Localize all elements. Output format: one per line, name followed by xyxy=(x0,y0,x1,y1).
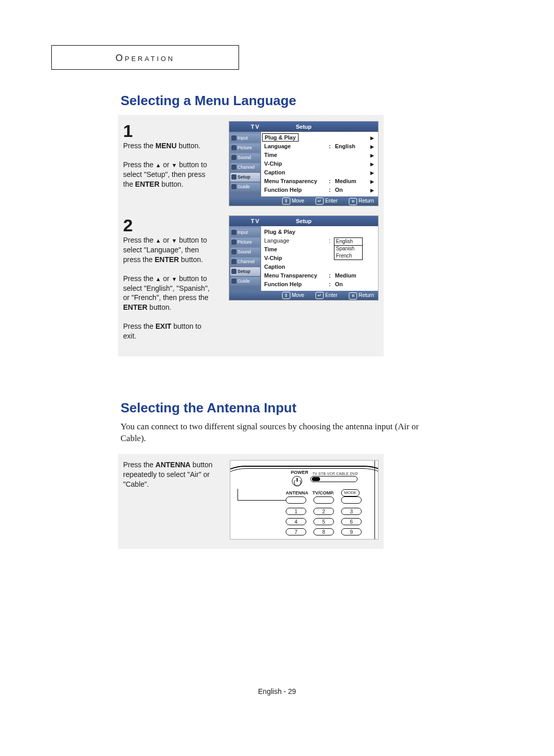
osd-tab-setup: Setup xyxy=(230,173,260,182)
pointer-line xyxy=(238,500,286,501)
section2-title: Selecting the Antenna Input xyxy=(121,400,446,416)
osd-screenshot-2: TV Setup Input Picture Sound Channel Set… xyxy=(229,215,379,301)
osd-header: TV Setup xyxy=(229,122,378,132)
remote-tvcomp-button xyxy=(313,496,334,504)
osd-footer-move: Move xyxy=(282,196,304,206)
osd-body: Input Picture Sound Channel Setup Guide … xyxy=(229,226,378,291)
colon: : xyxy=(329,177,331,186)
osd-tab-sound: Sound xyxy=(230,153,260,162)
osd-row-label: V-Chip xyxy=(264,160,326,168)
step1: 1 Press the MENU button. Press the or bu… xyxy=(123,121,379,206)
section-header-box: Operation xyxy=(51,45,239,70)
osd-row-label: Menu Transparency xyxy=(264,271,326,280)
remote-label-power: POWER xyxy=(291,470,308,475)
t: Press the xyxy=(123,274,155,283)
remote-mode-slider-knob xyxy=(312,477,320,481)
power-icon xyxy=(292,476,302,486)
section-header-text: Operation xyxy=(115,53,175,63)
osd-tab-guide: Guide xyxy=(230,183,260,191)
page: Operation Selecting a Menu Language 1 Pr… xyxy=(0,0,554,549)
osd-tab-guide: Guide xyxy=(230,277,260,286)
antenna-text: Press the ANTENNA button repeatedly to s… xyxy=(123,460,215,489)
step2-line2: Press the or button to select "English",… xyxy=(123,274,215,313)
osd-dropdown-english: English xyxy=(334,237,363,246)
remote-num-1: 1 xyxy=(286,508,306,515)
osd-dropdown-spanish: Spanish xyxy=(334,245,362,252)
osd-row-label: Language xyxy=(264,236,326,245)
osd-row-caption: Caption xyxy=(264,263,375,271)
osd-tab-setup: Setup xyxy=(230,267,260,276)
osd-row-plugplay: Plug & Play xyxy=(264,133,375,142)
osd-row-transparency: Menu Transparency:Medium xyxy=(264,177,375,186)
osd-tab-sound: Sound xyxy=(230,248,260,256)
osd-screenshot-1: TV Setup Input Picture Sound Channel Set… xyxy=(229,121,379,206)
t: or xyxy=(161,236,171,244)
arrow-down-icon xyxy=(171,274,177,283)
t: button. xyxy=(176,142,201,150)
arrow-down-icon xyxy=(171,236,177,244)
osd-footer-return: Return xyxy=(349,291,374,300)
step1-text: 1 Press the MENU button. Press the or bu… xyxy=(123,121,215,189)
osd-sidebar: Input Picture Sound Channel Setup Guide xyxy=(229,226,261,291)
step1-line1: Press the MENU button. xyxy=(123,141,215,151)
osd-footer: Move Enter Return xyxy=(229,196,378,206)
remote-num-6: 6 xyxy=(341,518,362,525)
arrow-up-icon xyxy=(155,274,161,283)
t: Press the xyxy=(123,161,155,169)
osd-title: Setup xyxy=(296,122,312,132)
osd-row-value: Medium xyxy=(335,271,357,280)
panel-antenna: Press the ANTENNA button repeatedly to s… xyxy=(118,454,384,549)
osd-row-label: Function Help xyxy=(264,280,326,289)
osd-dropdown-french: French xyxy=(334,252,362,260)
caret-icon xyxy=(370,151,374,160)
remote-illustration: POWER TV STB VCR CABLE DVD ANTENNA TV/CO… xyxy=(230,460,379,540)
osd-row-label: Language xyxy=(264,142,326,151)
t: or xyxy=(161,161,171,169)
t: Press the xyxy=(123,322,155,330)
osd-row-functionhelp: Function Help:On xyxy=(264,186,375,194)
caret-icon xyxy=(370,142,374,151)
section2-lead: You can connect to two different signal … xyxy=(121,421,436,445)
t-bold: MENU xyxy=(155,142,176,150)
osd-title: Setup xyxy=(296,216,312,226)
remote-box-rule xyxy=(374,461,375,539)
osd-row-label: Plug & Play xyxy=(264,228,326,236)
t: or xyxy=(161,274,171,283)
osd-row-label: Caption xyxy=(264,263,326,271)
osd-footer-enter: Enter xyxy=(315,291,338,300)
osd-row-label: Time xyxy=(264,151,326,160)
t: button. xyxy=(147,303,171,311)
osd-footer: Move Enter Return xyxy=(229,291,378,300)
osd-sidebar: Input Picture Sound Channel Setup Guide xyxy=(229,132,261,196)
osd-header: TV Setup xyxy=(229,216,378,226)
t-bold: ENTER xyxy=(154,255,179,264)
t: Press the xyxy=(123,461,155,469)
osd-row-label: Plug & Play xyxy=(262,133,299,142)
osd-row-language: Language:English xyxy=(264,142,375,151)
arrow-up-icon xyxy=(155,236,161,244)
antenna-step: Press the ANTENNA button repeatedly to s… xyxy=(123,460,379,540)
pointer-line-v xyxy=(238,489,238,500)
osd-row-time: Time xyxy=(264,151,375,160)
osd-footer-move: Move xyxy=(282,291,304,300)
osd-tab-input: Input xyxy=(230,228,260,237)
osd-row-caption: Caption xyxy=(264,168,375,177)
t-bold: EXIT xyxy=(155,322,171,330)
osd-row-label: Caption xyxy=(264,168,326,177)
colon: : xyxy=(329,236,330,245)
step2-line1: Press the or button to select "Language"… xyxy=(123,235,215,265)
remote-num-8: 8 xyxy=(313,528,334,535)
osd-row-vchip: V-Chip xyxy=(264,160,375,168)
section1-title: Selecting a Menu Language xyxy=(121,93,446,109)
osd-row-transparency: Menu Transparency:Medium xyxy=(264,271,375,280)
osd-row-label: Menu Transparency xyxy=(264,177,326,186)
osd-main: Plug & Play Language: English Spanish Fr… xyxy=(261,226,378,291)
osd-row-functionhelp: Function Help:On xyxy=(264,280,375,289)
remote-mode-button-2 xyxy=(341,496,362,504)
osd-footer-return: Return xyxy=(349,196,374,206)
t: button. xyxy=(160,180,184,188)
remote-num-3: 3 xyxy=(341,508,362,515)
osd-tab-channel: Channel xyxy=(230,257,260,266)
t-bold: ANTENNA xyxy=(155,461,190,469)
osd-tv-label: TV xyxy=(251,122,260,132)
